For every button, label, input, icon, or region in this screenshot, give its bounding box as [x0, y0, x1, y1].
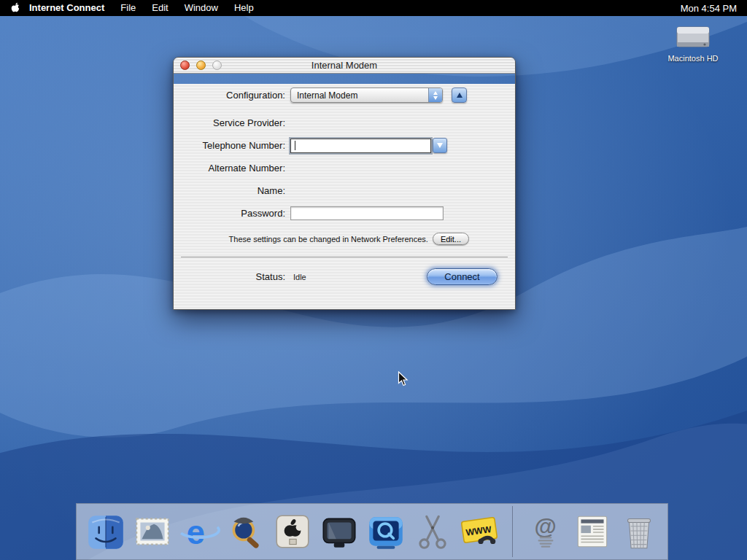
password-row: Password:: [174, 202, 515, 225]
internal-modem-window: Internal Modem Configuration: Internal M…: [173, 57, 516, 310]
up-arrow-icon: [457, 93, 462, 98]
configuration-label: Configuration:: [174, 90, 290, 101]
mouse-cursor: [398, 371, 409, 387]
settings-note: These settings can be changed in Network…: [229, 235, 428, 244]
service-provider-row: Service Provider:: [174, 112, 515, 134]
display-monitor-icon: [318, 510, 360, 553]
internet-explorer-icon: e: [178, 510, 220, 553]
telephone-number-row: Telephone Number:: [174, 134, 515, 157]
down-arrow-icon: [437, 143, 443, 148]
system-preferences-icon: [271, 510, 314, 553]
zoom-button: [212, 61, 222, 70]
status-label: Status:: [174, 271, 290, 282]
menu-file[interactable]: File: [112, 0, 144, 16]
dock-item-mail[interactable]: [131, 510, 174, 553]
hd-icon-label: Macintosh HD: [657, 54, 729, 63]
dock-item-trash[interactable]: [618, 510, 660, 553]
newspaper-icon: [571, 510, 614, 553]
apple-logo-icon: [10, 2, 20, 14]
configuration-popup-value: Internal Modem: [291, 88, 428, 102]
dock: e: [76, 503, 668, 560]
name-label: Name:: [174, 185, 290, 196]
svg-text:e: e: [186, 514, 204, 551]
window-content: Configuration: Internal Modem Service Pr…: [174, 84, 515, 309]
menu-window[interactable]: Window: [177, 0, 226, 16]
password-label: Password:: [174, 208, 290, 219]
connect-button[interactable]: Connect: [427, 268, 498, 285]
telephone-number-combo: [290, 138, 447, 153]
quicktime-icon: [365, 510, 407, 553]
dock-item-internet-explorer[interactable]: e: [178, 510, 220, 553]
telephone-number-input[interactable]: [290, 139, 431, 153]
internet-connect-www-icon: WWW: [458, 510, 500, 553]
dock-item-grab[interactable]: [411, 510, 454, 553]
dock-separator: [512, 506, 513, 557]
password-input[interactable]: [290, 206, 444, 220]
apple-menu[interactable]: [0, 2, 26, 14]
dock-item-displays[interactable]: [318, 510, 360, 553]
hard-drive-icon: [674, 22, 712, 52]
popup-stepper-icon: [428, 88, 442, 102]
dock-item-internet-connect[interactable]: WWW: [458, 510, 500, 553]
grab-scissors-icon: [411, 510, 454, 553]
dock-item-sherlock[interactable]: [225, 510, 267, 553]
status-row: Status: Idle Connect: [174, 265, 515, 288]
trash-icon: [618, 510, 660, 553]
menu-edit[interactable]: Edit: [144, 0, 176, 16]
edit-button[interactable]: Edit...: [433, 233, 469, 245]
settings-note-row: These settings can be changed in Network…: [174, 228, 515, 250]
text-caret: [295, 141, 295, 150]
dock-item-quicktime[interactable]: [365, 510, 407, 553]
dock-item-at-spring[interactable]: @: [525, 510, 567, 553]
configuration-row: Configuration: Internal Modem: [174, 84, 515, 106]
dock-item-newspaper[interactable]: [571, 510, 614, 553]
minimize-button[interactable]: [196, 61, 206, 70]
finder-icon: [85, 510, 127, 553]
alternate-number-row: Alternate Number:: [174, 157, 515, 179]
window-title: Internal Modem: [311, 60, 377, 71]
window-title-bar[interactable]: Internal Modem: [174, 58, 515, 74]
configuration-popup[interactable]: Internal Modem: [290, 88, 443, 103]
menu-bar-clock[interactable]: Mon 4:54 PM: [681, 3, 747, 14]
collapse-disclosure-button[interactable]: [452, 88, 467, 103]
status-value: Idle: [293, 273, 306, 281]
close-button[interactable]: [180, 61, 190, 70]
menu-help[interactable]: Help: [226, 0, 262, 16]
telephone-dropdown-button[interactable]: [433, 138, 447, 153]
desktop-icon-macintosh-hd[interactable]: Macintosh HD: [657, 22, 729, 63]
separator: [181, 257, 508, 257]
dock-item-system-preferences[interactable]: [271, 510, 314, 553]
service-provider-label: Service Provider:: [174, 117, 290, 128]
svg-text:@: @: [534, 514, 556, 540]
dock-item-finder[interactable]: [85, 510, 127, 553]
alternate-number-label: Alternate Number:: [174, 163, 290, 174]
at-spring-icon: @: [525, 510, 567, 553]
menu-bar: Internet Connect File Edit Window Help M…: [0, 0, 747, 16]
sherlock-icon: [225, 510, 267, 553]
name-row: Name:: [174, 179, 515, 202]
app-menu-internet-connect[interactable]: Internet Connect: [26, 0, 112, 16]
mail-stamp-icon: [131, 510, 174, 553]
telephone-number-label: Telephone Number:: [174, 140, 290, 151]
